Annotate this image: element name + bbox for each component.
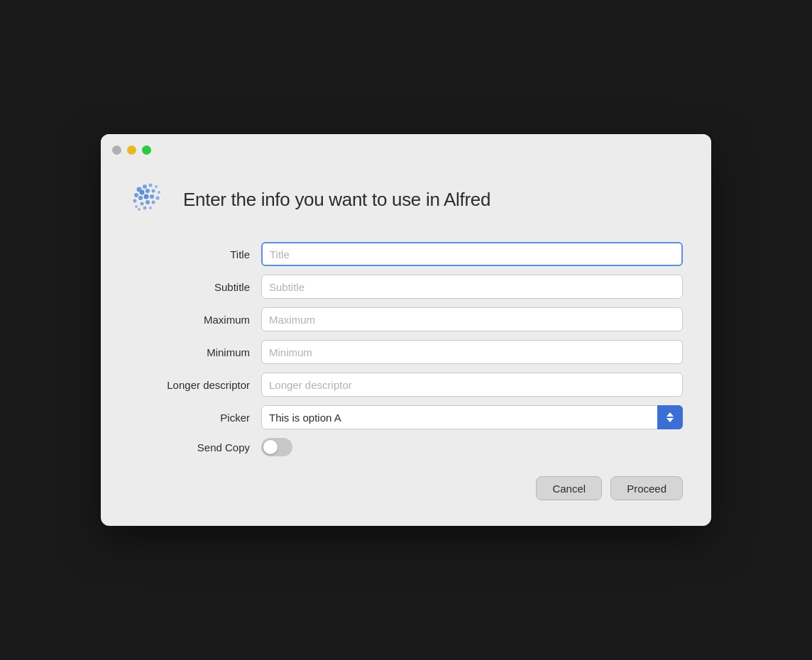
send-copy-row: Send Copy	[129, 438, 683, 456]
title-label: Title	[129, 248, 250, 260]
svg-point-1	[143, 185, 147, 189]
svg-point-17	[152, 201, 155, 204]
picker-wrapper: This is option A This is option B This i…	[261, 405, 683, 429]
svg-point-14	[135, 205, 138, 208]
svg-point-12	[150, 194, 154, 199]
longer-descriptor-input[interactable]	[261, 373, 683, 397]
title-input[interactable]	[261, 242, 683, 266]
footer-buttons: Cancel Proceed	[129, 476, 683, 500]
svg-point-16	[146, 200, 150, 204]
maximum-input[interactable]	[261, 307, 683, 331]
svg-point-15	[141, 202, 144, 206]
svg-point-20	[149, 207, 152, 209]
svg-point-19	[143, 207, 147, 210]
cancel-button[interactable]: Cancel	[536, 476, 602, 500]
subtitle-input[interactable]	[261, 275, 683, 299]
send-copy-toggle-wrapper	[261, 438, 292, 456]
svg-point-5	[140, 190, 145, 195]
dialog-content: Enter the info you want to use in Alfred…	[101, 165, 711, 526]
minimize-button[interactable]	[127, 145, 136, 155]
svg-point-3	[155, 185, 158, 188]
toggle-knob	[263, 440, 278, 454]
svg-point-9	[133, 199, 137, 203]
alfred-icon	[129, 180, 169, 219]
subtitle-label: Subtitle	[129, 281, 250, 293]
minimum-input[interactable]	[261, 340, 683, 364]
maximize-button[interactable]	[142, 145, 151, 155]
svg-point-7	[152, 189, 155, 193]
dialog-header: Enter the info you want to use in Alfred	[129, 180, 683, 219]
svg-point-4	[134, 193, 138, 197]
svg-point-2	[149, 184, 153, 187]
minimum-row: Minimum	[129, 340, 683, 364]
svg-point-11	[144, 194, 149, 199]
proceed-button[interactable]: Proceed	[610, 476, 683, 500]
titlebar	[101, 134, 711, 165]
dialog-title: Enter the info you want to use in Alfred	[183, 189, 490, 211]
title-row: Title	[129, 242, 683, 266]
svg-point-10	[138, 196, 143, 200]
dialog-window: Enter the info you want to use in Alfred…	[101, 134, 711, 526]
form: Title Subtitle Maximum Minimum Longer de…	[129, 242, 683, 456]
send-copy-label: Send Copy	[129, 441, 250, 453]
svg-point-6	[146, 189, 150, 193]
picker-label: Picker	[129, 412, 250, 424]
maximum-label: Maximum	[129, 314, 250, 326]
longer-descriptor-label: Longer descriptor	[129, 379, 250, 391]
svg-point-18	[138, 208, 141, 211]
maximum-row: Maximum	[129, 307, 683, 331]
svg-point-13	[156, 197, 160, 200]
longer-descriptor-row: Longer descriptor	[129, 373, 683, 397]
picker-select[interactable]: This is option A This is option B This i…	[261, 405, 683, 429]
minimum-label: Minimum	[129, 346, 250, 358]
send-copy-toggle[interactable]	[261, 438, 292, 456]
subtitle-row: Subtitle	[129, 275, 683, 299]
picker-row: Picker This is option A This is option B…	[129, 405, 683, 429]
svg-point-8	[158, 191, 160, 194]
close-button[interactable]	[112, 145, 121, 155]
